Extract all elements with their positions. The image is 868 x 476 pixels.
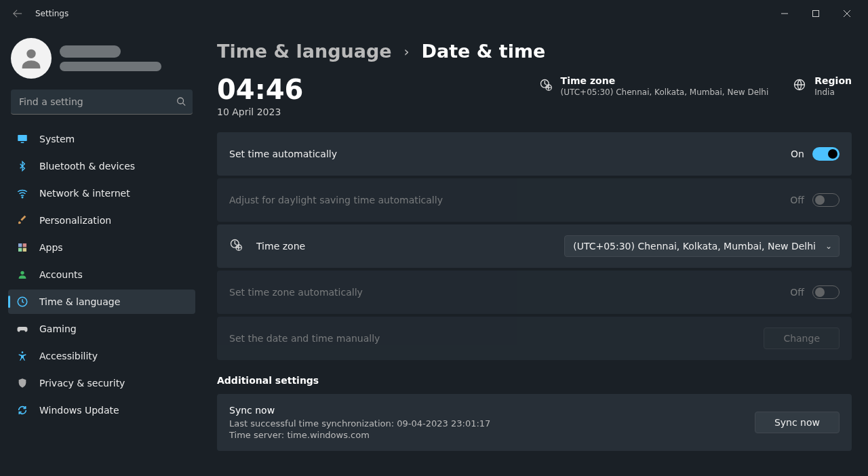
gamepad-icon — [16, 323, 28, 335]
timezone-select-value: (UTC+05:30) Chennai, Kolkata, Mumbai, Ne… — [573, 241, 816, 252]
titlebar: Settings — [0, 0, 868, 27]
breadcrumb: Time & language › Date & time — [217, 41, 852, 62]
sidebar-item-apps[interactable]: Apps — [8, 235, 195, 260]
profile-name-redacted — [60, 45, 161, 71]
shield-icon — [16, 377, 28, 389]
toggle-state: On — [791, 148, 804, 159]
svg-point-2 — [178, 98, 184, 104]
sidebar-item-label: Bluetooth & devices — [39, 161, 135, 172]
sidebar-item-gaming[interactable]: Gaming — [8, 317, 195, 341]
globe-clock-icon — [229, 238, 244, 254]
sidebar-item-personalization[interactable]: Personalization — [8, 208, 195, 233]
change-button: Change — [764, 328, 840, 349]
row-label: Set the date and time manually — [229, 333, 764, 344]
sync-title: Sync now — [229, 405, 755, 416]
svg-point-12 — [22, 351, 24, 353]
row-timezone: Time zone (UTC+05:30) Chennai, Kolkata, … — [217, 224, 852, 268]
person-icon — [16, 269, 28, 281]
sidebar-item-label: Time & language — [39, 296, 120, 307]
clock-date: 10 April 2023 — [217, 106, 303, 117]
sidebar-item-label: Accounts — [39, 269, 83, 280]
globe-clock-icon — [539, 78, 553, 94]
profile-block[interactable] — [11, 38, 193, 79]
svg-rect-4 — [21, 142, 24, 144]
chevron-right-icon: › — [404, 43, 410, 60]
row-set-time-auto: Set time automatically On — [217, 132, 852, 176]
header-grid: 04:46 10 April 2023 Time zone (UTC+05:30… — [217, 75, 852, 117]
close-button[interactable] — [831, 3, 863, 24]
row-auto-tz: Set time zone automatically Off — [217, 271, 852, 314]
header-timezone-label: Time zone — [561, 75, 769, 86]
clock-globe-icon — [16, 296, 28, 308]
row-manual: Set the date and time manually Change — [217, 317, 852, 360]
sidebar-item-label: Windows Update — [39, 405, 119, 416]
avatar — [11, 38, 52, 79]
row-sync: Sync now Last successful time synchroniz… — [217, 394, 852, 451]
toggle-auto-tz — [812, 285, 840, 299]
window-controls — [769, 3, 863, 24]
svg-rect-7 — [23, 243, 26, 247]
toggle-set-time-auto[interactable] — [812, 147, 840, 161]
breadcrumb-parent[interactable]: Time & language — [217, 41, 392, 62]
sidebar-item-network[interactable]: Network & internet — [8, 181, 195, 205]
clock-time: 04:46 — [217, 75, 303, 104]
content: Time & language › Date & time 04:46 10 A… — [203, 27, 868, 476]
svg-rect-6 — [18, 243, 22, 247]
header-region: Region India — [793, 75, 852, 97]
globe-icon — [793, 78, 806, 94]
svg-point-5 — [22, 197, 23, 198]
row-label: Set time zone automatically — [229, 287, 790, 298]
header-region-value: India — [814, 87, 852, 97]
nav: System Bluetooth & devices Network & int… — [8, 127, 195, 422]
sidebar-item-system[interactable]: System — [8, 127, 195, 151]
sidebar-item-accessibility[interactable]: Accessibility — [8, 344, 195, 368]
sidebar-item-time-language[interactable]: Time & language — [8, 290, 195, 314]
chevron-down-icon: ⌄ — [825, 241, 832, 251]
row-label: Set time automatically — [229, 148, 791, 159]
sync-now-button[interactable]: Sync now — [755, 412, 840, 433]
svg-rect-3 — [18, 135, 27, 141]
header-region-label: Region — [814, 75, 852, 86]
toggle-dst — [812, 193, 840, 207]
header-timezone-value: (UTC+05:30) Chennai, Kolkata, Mumbai, Ne… — [561, 87, 769, 97]
bluetooth-icon — [16, 160, 28, 172]
svg-rect-8 — [18, 248, 22, 252]
sidebar-item-privacy[interactable]: Privacy & security — [8, 371, 195, 395]
back-button[interactable] — [5, 1, 30, 26]
maximize-button[interactable] — [800, 3, 831, 24]
sidebar-item-bluetooth[interactable]: Bluetooth & devices — [8, 154, 195, 178]
search-input[interactable] — [11, 90, 193, 115]
sidebar-item-accounts[interactable]: Accounts — [8, 262, 195, 287]
sidebar-item-label: Personalization — [39, 215, 111, 226]
page-title: Date & time — [422, 41, 546, 62]
apps-icon — [16, 241, 28, 254]
row-dst: Adjust for daylight saving time automati… — [217, 178, 852, 222]
sidebar-item-label: Gaming — [39, 323, 77, 334]
toggle-state: Off — [790, 287, 804, 298]
brush-icon — [16, 214, 28, 226]
search-icon — [176, 96, 186, 108]
row-label: Adjust for daylight saving time automati… — [229, 195, 790, 205]
minimize-button[interactable] — [769, 3, 800, 24]
sync-server: Time server: time.windows.com — [229, 430, 755, 440]
update-icon — [16, 404, 28, 416]
row-label: Time zone — [256, 241, 564, 252]
sidebar-item-label: Privacy & security — [39, 378, 125, 389]
sidebar-item-label: Accessibility — [39, 351, 98, 361]
header-timezone: Time zone (UTC+05:30) Chennai, Kolkata, … — [539, 75, 769, 97]
timezone-select[interactable]: (UTC+05:30) Chennai, Kolkata, Mumbai, Ne… — [564, 235, 840, 257]
accessibility-icon — [16, 350, 28, 362]
sidebar-item-label: Network & internet — [39, 188, 130, 199]
clock-block: 04:46 10 April 2023 — [217, 75, 303, 117]
svg-point-10 — [20, 271, 24, 275]
search-wrap — [11, 90, 193, 115]
sidebar: System Bluetooth & devices Network & int… — [0, 27, 203, 476]
additional-settings-heading: Additional settings — [217, 375, 852, 386]
sidebar-item-label: Apps — [39, 242, 63, 253]
sync-last: Last successful time synchronization: 09… — [229, 418, 755, 429]
sidebar-item-windows-update[interactable]: Windows Update — [8, 398, 195, 422]
sidebar-item-label: System — [39, 134, 75, 144]
wifi-icon — [16, 187, 28, 199]
svg-rect-0 — [813, 11, 819, 17]
toggle-state: Off — [790, 195, 804, 205]
